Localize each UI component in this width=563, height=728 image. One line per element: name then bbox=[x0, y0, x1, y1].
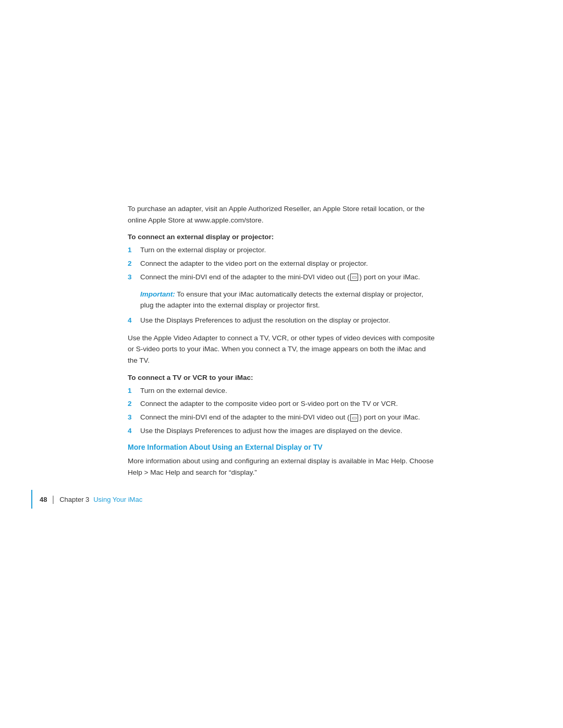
tv-step-number-4: 4 bbox=[128, 426, 137, 437]
important-text: To ensure that your iMac automatically d… bbox=[140, 290, 423, 309]
step-text-1: Turn on the external display or projecto… bbox=[140, 245, 435, 256]
step-number-2: 2 bbox=[128, 258, 137, 269]
list-item: 1 Turn on the external display or projec… bbox=[128, 245, 435, 256]
list-item: 2 Connect the adapter to the composite v… bbox=[128, 399, 435, 410]
step-text-2: Connect the adapter to the video port on… bbox=[140, 258, 435, 269]
connect-display-heading: To connect an external display or projec… bbox=[128, 233, 435, 241]
tv-step-text-3: Connect the mini-DVI end of the adapter … bbox=[140, 412, 435, 423]
tv-step-number-3: 3 bbox=[128, 412, 137, 423]
more-info-title: More Information About Using an External… bbox=[128, 443, 435, 451]
connect-tv-list: 1 Turn on the external device. 2 Connect… bbox=[128, 386, 435, 437]
intro-paragraph: To purchase an adapter, visit an Apple A… bbox=[128, 203, 435, 226]
mini-dvi-icon: ▭ bbox=[350, 274, 358, 281]
content-area: To purchase an adapter, visit an Apple A… bbox=[128, 203, 435, 485]
list-item: 4 Use the Displays Preferences to adjust… bbox=[128, 426, 435, 437]
tv-step-text-1: Turn on the external device. bbox=[140, 386, 435, 397]
tv-step-number-1: 1 bbox=[128, 386, 137, 397]
list-item: 3 Connect the mini-DVI end of the adapte… bbox=[128, 272, 435, 283]
step-text-4: Use the Displays Preferences to adjust t… bbox=[140, 315, 435, 326]
footer-bar bbox=[31, 490, 32, 509]
list-item: 3 Connect the mini-DVI end of the adapte… bbox=[128, 412, 435, 423]
step-number-4: 4 bbox=[128, 315, 137, 326]
footer-chapter-label: │ bbox=[51, 496, 57, 503]
footer: 48 │ Chapter 3 Using Your iMac bbox=[31, 490, 532, 509]
list-item: 4 Use the Displays Preferences to adjust… bbox=[128, 315, 435, 326]
list-item: 1 Turn on the external device. bbox=[128, 386, 435, 397]
page-number: 48 bbox=[40, 496, 47, 503]
step-number-1: 1 bbox=[128, 245, 137, 256]
tv-step-number-2: 2 bbox=[128, 399, 137, 410]
more-info-body: More information about using and configu… bbox=[128, 455, 435, 478]
page: To purchase an adapter, visit an Apple A… bbox=[0, 0, 563, 728]
mini-dvi-icon-2: ▭ bbox=[350, 414, 358, 422]
important-block: Important: To ensure that your iMac auto… bbox=[140, 289, 435, 311]
connect-display-list-2: 4 Use the Displays Preferences to adjust… bbox=[128, 315, 435, 326]
list-item: 2 Connect the adapter to the video port … bbox=[128, 258, 435, 269]
tv-step-text-2: Connect the adapter to the composite vid… bbox=[140, 399, 435, 410]
tv-step-text-4: Use the Displays Preferences to adjust h… bbox=[140, 426, 435, 437]
step-number-3: 3 bbox=[128, 272, 137, 283]
connect-tv-heading: To connect a TV or VCR to your iMac: bbox=[128, 374, 435, 381]
step-text-3: Connect the mini-DVI end of the adapter … bbox=[140, 272, 435, 283]
footer-chapter-link: Using Your iMac bbox=[93, 496, 142, 503]
middle-paragraph: Use the Apple Video Adapter to connect a… bbox=[128, 332, 435, 366]
footer-chapter-word: Chapter 3 bbox=[59, 496, 89, 503]
important-label: Important: bbox=[140, 290, 175, 298]
connect-display-list: 1 Turn on the external display or projec… bbox=[128, 245, 435, 283]
